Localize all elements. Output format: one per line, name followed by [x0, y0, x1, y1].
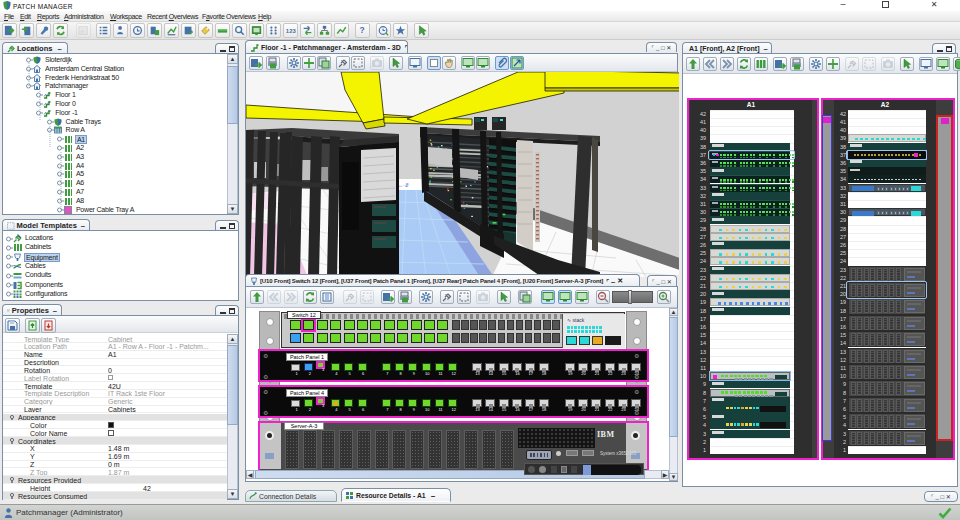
svg-text:123: 123 — [286, 28, 296, 34]
svg-text:↔·⇵: ↔·⇵ — [398, 182, 409, 188]
svg-text:?: ? — [360, 25, 365, 35]
